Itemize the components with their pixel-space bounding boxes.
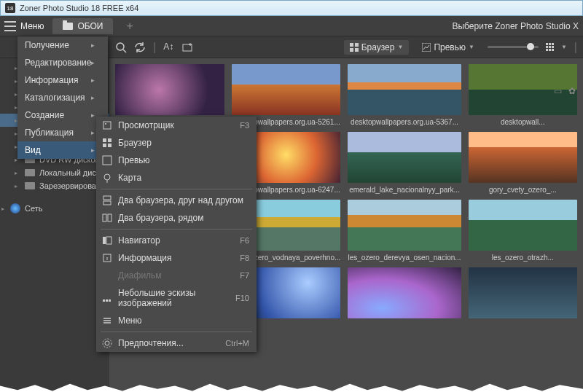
svg-point-31 [105, 341, 109, 345]
menubar: Меню ОБОИ + Выберите Zoner Photo Studio … [0, 16, 583, 36]
split-v-icon [102, 195, 112, 205]
thumbnail-image [348, 132, 461, 183]
menu-button[interactable]: Меню [20, 21, 44, 31]
svg-rect-13 [108, 144, 111, 147]
submenu-item[interactable]: Два браузера, друг над другом [96, 192, 257, 209]
svg-rect-26 [106, 299, 108, 302]
menu-item[interactable]: Получение▸ [17, 36, 108, 54]
thumbnail-item[interactable]: desktopwallpapers.org.ua-5367... [348, 64, 461, 126]
svg-rect-8 [103, 122, 111, 129]
svg-rect-21 [103, 237, 106, 244]
thumbnail-label: gory_cvety_ozero_... [469, 186, 577, 194]
submenu-item[interactable]: Небольшие эскизы изображенийF10 [96, 284, 257, 312]
add-folder-icon[interactable] [182, 42, 194, 53]
main-menu-dropdown: Получение▸Редактирование▸Информация▸Ката… [17, 36, 108, 159]
info-icon [102, 253, 112, 263]
thumbnail-item[interactable]: emerald_lake_nacionalnyy_park... [348, 132, 461, 194]
grid-view-icon[interactable] [546, 43, 554, 51]
tab-label: ОБОИ [77, 21, 103, 31]
tree-item[interactable]: ▸Локальный дис [0, 166, 109, 179]
drive-icon [25, 182, 35, 189]
menu-item[interactable]: Публикация▸ [17, 124, 108, 141]
drive-icon [25, 169, 35, 176]
menu-item[interactable]: Редактирование▸ [17, 54, 108, 71]
thumbs-icon [102, 293, 112, 303]
menu-icon [102, 315, 112, 326]
chevron-down-icon: ▼ [469, 44, 474, 50]
menu-item[interactable]: Создание▸ [17, 106, 108, 124]
menu-item[interactable]: Вид▸ [17, 141, 108, 159]
thumbnail-item[interactable]: les_ozero_otrazh... [469, 200, 577, 262]
menu-item[interactable]: Информация▸ [17, 71, 108, 89]
submenu-item[interactable]: Карта [96, 169, 257, 187]
svg-point-0 [117, 43, 124, 50]
tree-item[interactable]: ▸Зарезервирова [0, 179, 109, 192]
submenu-item[interactable]: Браузер [96, 134, 257, 152]
svg-rect-5 [350, 48, 353, 52]
browser-icon [102, 138, 112, 148]
submenu-item[interactable]: Меню [96, 312, 257, 329]
chevron-right-icon: ▸ [1, 205, 4, 212]
split-h-icon [102, 213, 112, 223]
thumbnail-label: les_ozero_derevya_osen_nacion... [348, 254, 461, 262]
browser-mode-button[interactable]: Браузер ▼ [344, 40, 410, 55]
upgrade-link[interactable]: Выберите Zoner Photo Studio X [452, 21, 579, 31]
submenu-item[interactable]: НавигаторF6 [96, 232, 257, 249]
thumbnail-image [348, 200, 461, 251]
sort-icon[interactable]: A↕ [163, 42, 175, 53]
tab-oboi[interactable]: ОБОИ [52, 18, 113, 34]
svg-rect-6 [355, 48, 359, 52]
preview-mode-label: Превью [434, 42, 466, 52]
thumbnail-image [469, 200, 577, 251]
svg-rect-27 [109, 299, 111, 302]
svg-rect-12 [103, 144, 106, 147]
new-tab-button[interactable]: + [126, 20, 133, 33]
svg-rect-17 [103, 196, 111, 200]
svg-rect-3 [350, 43, 353, 47]
thumbnail-label: emerald_lake_nacionalnyy_park... [348, 186, 461, 194]
-icon [102, 270, 112, 281]
refresh-icon[interactable] [134, 42, 146, 53]
tree-item-network[interactable]: ▸Сеть [0, 201, 109, 216]
svg-rect-11 [108, 138, 111, 142]
gear-icon[interactable]: ✿ [568, 86, 579, 96]
thumbnail-image [232, 64, 340, 115]
hamburger-icon[interactable] [4, 21, 16, 31]
browser-mode-label: Браузер [361, 42, 395, 52]
svg-rect-4 [355, 43, 359, 47]
preview-icon [102, 155, 112, 165]
chevron-right-icon: ▸ [15, 170, 17, 176]
submenu-item[interactable]: Два браузера, рядом [96, 209, 257, 227]
thumbnail-item[interactable]: gory_cvety_ozero_... [469, 132, 577, 194]
svg-rect-25 [103, 299, 105, 302]
svg-rect-22 [106, 237, 111, 244]
thumbnail-image [115, 64, 224, 115]
submenu-item[interactable]: Предпочтения...Ctrl+M [96, 334, 257, 352]
svg-rect-18 [103, 201, 111, 205]
svg-line-1 [123, 50, 126, 52]
menu-item[interactable]: Каталогизация▸ [17, 89, 108, 106]
thumbnail-item[interactable] [469, 267, 577, 321]
search-icon[interactable] [115, 42, 127, 53]
chevron-right-icon: ▸ [15, 183, 17, 189]
thumbnail-label: desktopwall... [469, 118, 577, 126]
map-icon [102, 173, 112, 183]
submenu-item[interactable]: Превью [96, 152, 257, 169]
app-icon: 18 [5, 3, 15, 13]
submenu-item[interactable]: ПросмотрщикF3 [96, 117, 257, 134]
thumbnail-item[interactable] [348, 267, 461, 321]
folder-icon[interactable]: ▭ [554, 86, 564, 96]
thumbnail-image [348, 267, 461, 318]
svg-point-32 [103, 339, 111, 348]
thumbnail-item[interactable]: les_ozero_derevya_osen_nacion... [348, 200, 461, 262]
submenu-item[interactable]: ИнформацияF8 [96, 249, 257, 267]
window-title: Zoner Photo Studio 18 FREE x64 [20, 4, 138, 12]
view-submenu: ПросмотрщикF3БраузерПревьюКартаДва брауз… [96, 117, 257, 352]
grid-icon [350, 43, 359, 52]
chevron-down-icon: ▼ [397, 44, 403, 50]
chevron-down-icon[interactable]: ▼ [561, 44, 567, 50]
submenu-item: ДиафильмF7 [96, 267, 257, 284]
thumbnail-label: les_ozero_otrazh... [469, 254, 577, 262]
zoom-slider[interactable] [488, 46, 539, 48]
preview-mode-button[interactable]: Превью ▼ [416, 40, 480, 55]
